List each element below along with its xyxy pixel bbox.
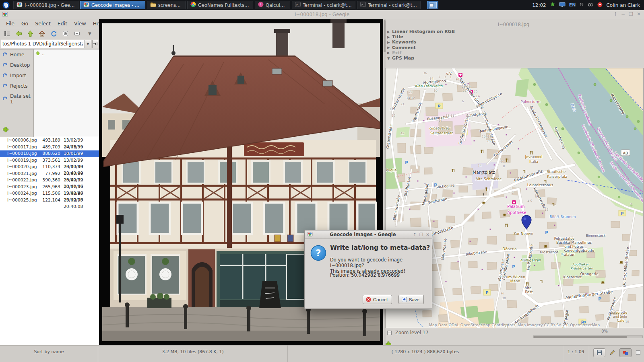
section-exif[interactable]: ▶Exif <box>387 50 642 56</box>
file-row-i~000019.jpg[interactable]: I~000019.jpg373,56113/02/99 20:40:00 <box>0 157 99 164</box>
file-size: 122,104 <box>39 197 60 210</box>
section-gps-map[interactable]: ▼GPS Map <box>387 56 642 61</box>
parent-directory-item[interactable]: .. <box>34 49 99 57</box>
applications-launcher-icon[interactable] <box>1 0 11 10</box>
parking-area-icon: P <box>619 210 626 216</box>
back-icon[interactable] <box>15 30 22 37</box>
file-row-i~000022.jpg[interactable]: I~000022.jpg390,36013/02/99 20:40:06 <box>0 177 99 184</box>
dialog-shade-button[interactable]: ↑ <box>413 232 417 237</box>
taskbar-window-geocode-images-gee-[interactable]: Geocode images - Gee... <box>80 1 145 9</box>
display-tray-icon[interactable] <box>559 2 566 8</box>
shape <box>157 293 163 299</box>
file-row-i~000017.jpg[interactable]: I~000017.jpg489,70914/01/99 19:55:42 <box>0 144 99 151</box>
workspace-pager[interactable] <box>427 1 438 9</box>
collapse-icon[interactable]: − <box>387 331 392 335</box>
shape <box>598 350 601 352</box>
map-shop-dot <box>534 265 535 266</box>
map-shop-dot <box>518 148 519 150</box>
taskbar-window-geonames-fulltextsear-[interactable]: GeoNames Fulltextsear... <box>187 1 253 9</box>
view-list-icon[interactable] <box>3 30 10 37</box>
map-housenumber: 36 <box>500 292 504 295</box>
section-title[interactable]: ▶Title <box>387 34 642 39</box>
sidebar-item-import[interactable]: Import <box>0 70 33 81</box>
zoom-actual-icon[interactable] <box>73 30 80 37</box>
cancel-button[interactable]: Cancel <box>363 295 392 304</box>
add-bookmark-button[interactable] <box>2 126 9 134</box>
menu-edit[interactable]: Edit <box>58 21 67 28</box>
color-management-button[interactable] <box>619 348 632 357</box>
shape <box>332 23 345 48</box>
path-go-button[interactable] <box>92 40 98 48</box>
file-row-i~000021.jpg[interactable]: I~000021.jpg77,99213/02/99 20:40:02 <box>0 171 99 177</box>
link-tray-icon[interactable] <box>588 2 594 8</box>
file-row-i~000025.jpg[interactable]: I~000025.jpg122,10413/02/99 20:40:08 <box>0 197 99 204</box>
taskbar-window-label: Terminal - cclark@talltr... <box>303 2 352 8</box>
shape <box>4 31 6 33</box>
shape <box>328 203 349 234</box>
menu-select[interactable]: Select <box>35 21 51 28</box>
clock[interactable]: 12:02 <box>532 2 546 8</box>
minimize-button[interactable]: − <box>621 11 625 17</box>
file-row-i~000023.jpg[interactable]: I~000023.jpg265,96310/01/99 19:40:46 <box>0 184 99 191</box>
map-label: Alte <box>524 286 532 290</box>
section-keywords[interactable]: ▶Keywords <box>387 39 642 45</box>
zoom-fit-icon[interactable] <box>62 30 69 37</box>
refresh-icon[interactable] <box>50 30 57 37</box>
toolbar-overflow-chevron-icon[interactable]: ▼ <box>88 31 91 36</box>
sidebar-item-data-set-1[interactable]: Data set 1 <box>0 91 33 107</box>
notification-tray-icon[interactable] <box>597 2 603 8</box>
sidebar-item-desktop[interactable]: Desktop <box>0 60 33 70</box>
user-name[interactable]: Colin an Clark <box>606 2 640 8</box>
home-icon[interactable] <box>38 30 45 37</box>
bookmark-arrow-icon <box>2 72 8 79</box>
network-tray-icon[interactable] <box>579 2 584 8</box>
file-row-i~000018.jpg[interactable]: I~000018.jpg888,62010/01/99 19:39:16 <box>0 150 99 157</box>
file-row-i~000006.jpg[interactable]: I~000006.jpg493,18913/02/99 20:39:56 <box>0 137 99 144</box>
dialog-close-button[interactable]: ✕ <box>426 232 429 237</box>
cafe-icon <box>620 261 623 264</box>
map-tree <box>561 128 564 130</box>
taskbar-window-terminal-cclark-talltr-[interactable]: >_Terminal - cclark@talltr... <box>357 1 421 9</box>
path-dropdown-button[interactable]: ▼ <box>85 40 92 48</box>
updates-tray-icon[interactable] <box>550 2 555 8</box>
file-row-i~000020.jpg[interactable]: I~000020.jpg110,37413/02/99 20:40:00 <box>0 164 99 171</box>
menu-view[interactable]: View <box>74 21 86 28</box>
up-directory-icon <box>35 51 40 57</box>
section-linear-histogram-on-rgb[interactable]: ▶Linear Histogram on RGB <box>387 29 642 34</box>
shade-button[interactable]: ↑ <box>613 11 617 17</box>
taskbar-window-screenshots[interactable]: screenshots <box>147 1 186 9</box>
taskbar-window-qalculate-[interactable]: !Qalculate! <box>255 1 290 9</box>
file-name: I~000025.jpg <box>0 197 39 210</box>
taskbar-window-label: Geocode images - Gee... <box>91 2 142 8</box>
section-comment[interactable]: ▶Comment <box>387 45 642 50</box>
save-button[interactable]: Save <box>398 295 424 304</box>
dialog-maximize-button[interactable]: ❐ <box>419 232 423 237</box>
map-horizontal-scrollbar[interactable] <box>533 335 643 338</box>
map-shape <box>602 282 604 284</box>
edit-pencil-icon[interactable] <box>609 348 615 357</box>
map-housenumber: 18 <box>411 119 415 123</box>
file-row-i~000024.jpg[interactable]: I~000024.jpg115,50613/02/99 20:40:08 <box>0 190 99 197</box>
menu-file[interactable]: File <box>6 21 14 28</box>
sort-selector[interactable]: Sort by name <box>0 346 98 362</box>
maximize-button[interactable]: ❐ <box>629 11 633 17</box>
menu-go[interactable]: Go <box>21 21 28 28</box>
up-icon[interactable] <box>27 30 34 37</box>
map-building <box>611 221 620 228</box>
map-label: Prälatur <box>560 253 575 257</box>
shape <box>4 33 6 35</box>
shape <box>155 161 172 183</box>
taskbar-window-terminal-cclark-talltr-[interactable]: >_Terminal - cclark@talltr... <box>292 1 355 9</box>
save-metadata-button[interactable] <box>593 348 605 357</box>
shape <box>208 85 217 95</box>
keyboard-layout[interactable]: EN <box>569 2 576 8</box>
dialog-titlebar[interactable]: Geocode images - Geeqie ↑ ❐ ✕ <box>305 230 432 239</box>
split-view-icon[interactable] <box>636 348 641 356</box>
taskbar-window-i-000018-jpg-geeqie[interactable]: I~000018.jpg - Geeqie <box>13 1 78 9</box>
sidebar-item-rejects[interactable]: Rejects <box>0 81 33 91</box>
sidebar-item-home[interactable]: Home <box>0 49 33 60</box>
path-input[interactable] <box>1 40 85 48</box>
shape <box>93 42 97 45</box>
close-button[interactable]: ✕ <box>637 11 641 17</box>
map-shop-dot <box>433 221 435 222</box>
